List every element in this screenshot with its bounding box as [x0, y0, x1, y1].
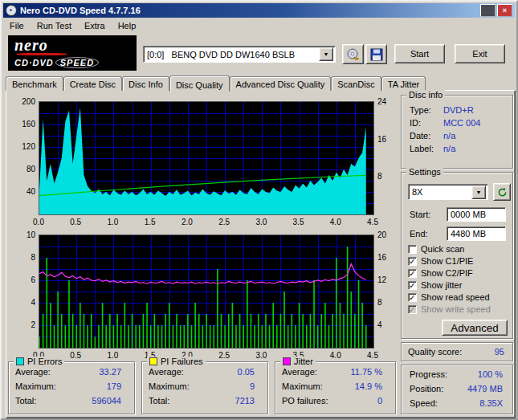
checkbox-show-read-speed[interactable]: ✓: [408, 293, 417, 302]
minimize-button[interactable]: [480, 4, 496, 17]
stat-label: Maximum:: [149, 381, 190, 391]
quality-score-value: 95: [495, 347, 504, 357]
speed-selector[interactable]: 8X ▼: [408, 184, 488, 200]
checkbox-row-show-jitter[interactable]: ✓Show jitter: [408, 279, 462, 291]
menu-item-extra[interactable]: Extra: [78, 19, 112, 32]
checkbox-row-show-read-speed[interactable]: ✓Show read speed: [408, 292, 490, 303]
close-button[interactable]: ×: [497, 4, 512, 17]
nero-logo: nero CD·DVDSPEED: [8, 35, 137, 71]
start-field-label: Start:: [410, 210, 430, 219]
tab-benchmark[interactable]: Benchmark: [6, 76, 63, 91]
y-axis-tick: 8: [8, 253, 35, 262]
checkbox-quick-scan[interactable]: [408, 245, 417, 254]
y-axis-tick: 4: [8, 298, 35, 307]
refresh-speeds-button[interactable]: [493, 183, 511, 201]
progress-row: Position:4479 MB: [408, 384, 506, 398]
y-axis-tick: 16: [377, 253, 400, 262]
progress-value: 100 %: [478, 369, 503, 379]
y-axis-tick: 12: [377, 275, 400, 284]
speed-selector-value: 8X: [409, 187, 471, 197]
x-axis-tick: 0.5: [65, 351, 86, 360]
menu-item-help[interactable]: Help: [112, 19, 143, 32]
stat-label: Maximum:: [282, 381, 323, 391]
y-axis-tick: 24: [377, 97, 400, 106]
disc-info-label: Label:: [410, 144, 443, 153]
checkbox-show-jitter[interactable]: ✓: [408, 281, 417, 290]
x-axis-tick: 4.5: [362, 218, 383, 226]
stat-row: Total:596044: [15, 396, 128, 408]
checkbox-show-c1-pie[interactable]: ✓: [408, 257, 417, 266]
progress-label: Progress:: [410, 369, 447, 379]
disc-info-label: Type:: [410, 105, 443, 115]
logo-text-nero: nero: [14, 37, 130, 53]
save-button[interactable]: [365, 44, 387, 64]
exit-button[interactable]: Exit: [455, 44, 505, 63]
pi-failures-plot: [39, 234, 374, 349]
logo-text-speed: SPEED: [55, 57, 99, 68]
x-axis-tick: 4.0: [325, 218, 346, 226]
app-icon: [6, 5, 17, 16]
tab-disc-quality[interactable]: Disc Quality: [169, 75, 230, 92]
menu-bar: FileRun TestExtraHelp: [3, 18, 515, 33]
app-window: Nero CD-DVD Speed 4.7.7.16 × FileRun Tes…: [0, 0, 518, 420]
checkbox-row-show-c1-pie[interactable]: ✓Show C1/PIE: [408, 255, 473, 267]
quality-score-label: Quality score:: [408, 347, 495, 357]
legend-swatch-pi-errors: [16, 357, 24, 365]
drive-selector-dropdown-button[interactable]: ▼: [319, 47, 333, 61]
advanced-button[interactable]: Advanced: [442, 320, 508, 336]
legend-swatch-pi-failures: [149, 357, 157, 365]
disc-info-value: n/a: [443, 144, 455, 153]
stat-label: Maximum:: [15, 381, 56, 391]
stat-row: Average:0.05: [149, 367, 261, 379]
stat-label: Average:: [15, 367, 51, 377]
progress-row: Speed:8.35X: [408, 398, 506, 412]
drive-selector[interactable]: [0:0] BENQ DVD DD DW1640 BSLB ▼: [143, 46, 336, 63]
refresh-icon: [497, 187, 508, 198]
stat-value: 11.75 %: [350, 367, 382, 377]
stat-row: PO failures:0: [282, 396, 389, 408]
progress-value: 8.35X: [479, 398, 503, 408]
tab-advanced-disc-quality[interactable]: Advanced Disc Quality: [230, 76, 332, 91]
checkbox-label-show-c1-pie: Show C1/PIE: [421, 256, 473, 266]
pi-failures-chart: 108642201612840.00.51.01.52.02.53.03.54.…: [8, 234, 403, 361]
menu-item-file[interactable]: File: [3, 19, 31, 32]
x-axis-tick: 1.0: [102, 351, 123, 360]
y-axis-tick: 10: [8, 230, 35, 239]
settings-group: Settings 8X ▼ Start: 0000 MB End: 4480 M…: [401, 172, 513, 339]
tab-create-disc[interactable]: Create Disc: [63, 76, 122, 91]
checkbox-show-c2-pif[interactable]: ✓: [408, 269, 417, 278]
tab-scandisc[interactable]: ScanDisc: [331, 76, 381, 91]
tab-disc-info[interactable]: Disc Info: [122, 76, 169, 91]
checkbox-row-show-c2-pif[interactable]: ✓Show C2/PIF: [408, 267, 473, 279]
stat-label: Total:: [149, 396, 169, 406]
y-axis-tick: 16: [377, 135, 400, 144]
progress-label: Position:: [410, 384, 443, 393]
title-bar[interactable]: Nero CD-DVD Speed 4.7.7.16 ×: [3, 3, 515, 18]
checkbox-label-show-write-speed: Show write speed: [421, 304, 491, 314]
checkbox-row-quick-scan[interactable]: Quick scan: [408, 243, 464, 255]
chevron-down-icon: ▼: [476, 190, 482, 195]
menu-item-run-test[interactable]: Run Test: [31, 19, 78, 32]
y-axis-tick: 120: [8, 142, 35, 151]
stats-panel-title: PI Errors: [27, 357, 62, 366]
stats-panel-pi-failures: PI FailuresAverage:0.05Maximum:9Total:72…: [141, 361, 268, 414]
x-axis-tick: 0.5: [65, 218, 86, 226]
start-field[interactable]: 0000 MB: [447, 207, 506, 222]
quality-score-panel: Quality score: 95: [401, 342, 513, 361]
speed-dropdown-button[interactable]: ▼: [471, 186, 486, 199]
disc-icon: [346, 48, 361, 61]
eject-disc-button[interactable]: [342, 44, 364, 64]
end-field[interactable]: 4480 MB: [447, 226, 506, 241]
x-axis-tick: 2.0: [177, 218, 198, 226]
y-axis-tick: 40: [8, 187, 35, 196]
y-axis-tick: 4: [377, 320, 400, 329]
stat-value: 179: [107, 381, 121, 391]
tab-ta-jitter[interactable]: TA Jitter: [381, 76, 426, 91]
stat-row: Average:33.27: [15, 367, 128, 379]
stat-row: Maximum:179: [15, 381, 128, 393]
stats-panel-jitter: JitterAverage:11.75 %Maximum:14.9 %PO fa…: [275, 361, 396, 414]
y-axis-tick: 8: [377, 298, 400, 307]
x-axis-tick: 1.5: [140, 218, 161, 226]
start-button[interactable]: Start: [394, 44, 445, 63]
x-axis-tick: 1.0: [102, 218, 123, 226]
